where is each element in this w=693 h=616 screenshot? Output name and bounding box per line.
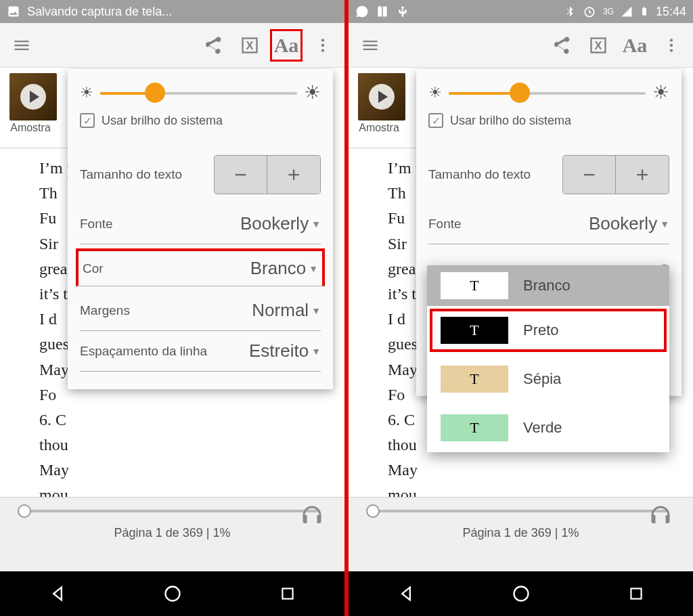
nav-back-icon[interactable] <box>48 584 67 603</box>
margins-label: Margens <box>80 303 130 318</box>
image-icon <box>7 5 20 18</box>
play-icon <box>369 84 395 110</box>
text-size-decrease-button[interactable]: − <box>563 156 616 194</box>
svg-point-15 <box>514 587 529 601</box>
alarm-icon <box>583 5 596 18</box>
font-label: Fonte <box>428 217 462 232</box>
headphones-icon[interactable] <box>300 503 324 530</box>
battery-icon <box>640 5 649 18</box>
brightness-high-icon: ☀ <box>652 81 669 104</box>
network-label: 3G <box>603 7 614 16</box>
color-option-sepia[interactable]: T Sépia <box>427 355 669 403</box>
android-nav-bar <box>0 571 344 616</box>
text-size-label: Tamanho do texto <box>428 167 531 182</box>
color-label: Cor <box>83 261 104 276</box>
page-info: Página 1 de 369 | 1% <box>114 526 231 540</box>
page-info: Página 1 de 369 | 1% <box>463 526 579 540</box>
menu-icon[interactable] <box>354 29 386 62</box>
svg-point-12 <box>670 39 673 41</box>
svg-point-14 <box>670 49 673 51</box>
svg-point-13 <box>670 43 673 46</box>
menu-icon[interactable] <box>5 29 38 62</box>
app-toolbar: X Aa <box>349 23 693 68</box>
margins-value[interactable]: Normal <box>252 300 309 321</box>
status-title: Salvando captura de tela... <box>27 5 172 19</box>
svg-rect-16 <box>631 588 641 598</box>
book-icon <box>376 5 389 18</box>
svg-rect-6 <box>282 588 292 598</box>
svg-text:X: X <box>595 39 602 51</box>
svg-point-4 <box>321 49 324 51</box>
text-size-label: Tamanho do texto <box>80 167 182 182</box>
usb-icon <box>396 5 409 18</box>
svg-text:X: X <box>246 39 254 51</box>
app-toolbar: X Aa <box>0 23 344 68</box>
color-option-verde[interactable]: T Verde <box>427 403 669 452</box>
font-label: Fonte <box>80 217 113 232</box>
brightness-high-icon: ☀ <box>304 81 321 104</box>
reader-footer: Página 1 de 369 | 1% <box>0 497 344 571</box>
font-value[interactable]: Bookerly <box>589 213 657 234</box>
display-settings-button[interactable]: Aa <box>619 29 651 62</box>
system-brightness-label: Usar brilho do sistema <box>450 114 571 128</box>
color-value[interactable]: Branco <box>250 258 306 279</box>
svg-point-3 <box>321 43 324 46</box>
brightness-low-icon: ☀ <box>80 84 93 102</box>
system-brightness-checkbox[interactable]: ✓ <box>428 113 443 128</box>
nav-back-icon[interactable] <box>397 584 416 603</box>
brightness-slider[interactable] <box>449 83 646 103</box>
system-brightness-checkbox[interactable]: ✓ <box>80 113 95 128</box>
brightness-low-icon: ☀ <box>428 84 442 102</box>
sample-label: Amostra <box>0 122 61 134</box>
share-icon[interactable] <box>545 29 578 62</box>
nav-home-icon[interactable] <box>512 584 531 603</box>
xray-icon[interactable]: X <box>582 29 614 62</box>
color-option-preto[interactable]: T Preto <box>427 306 669 355</box>
signal-icon <box>621 5 633 18</box>
book-cover[interactable] <box>9 73 57 120</box>
display-settings-button[interactable]: Aa <box>270 29 303 62</box>
text-size-decrease-button[interactable]: − <box>215 156 267 194</box>
nav-recent-icon[interactable] <box>627 585 645 602</box>
status-time: 15:44 <box>656 5 686 19</box>
system-brightness-label: Usar brilho do sistema <box>102 114 223 128</box>
status-bar: Salvando captura de tela... <box>0 0 344 23</box>
text-size-increase-button[interactable]: + <box>616 156 669 194</box>
reading-progress-slider[interactable] <box>373 510 669 512</box>
share-icon[interactable] <box>197 29 229 62</box>
color-option-branco[interactable]: T Branco <box>427 265 669 306</box>
whatsapp-icon <box>355 5 369 18</box>
reading-progress-slider[interactable] <box>24 510 321 512</box>
bluetooth-icon <box>564 5 576 18</box>
svg-point-5 <box>166 587 180 601</box>
svg-point-2 <box>321 39 324 41</box>
reader-footer: Página 1 de 369 | 1% <box>349 497 693 571</box>
headphones-icon[interactable] <box>648 503 673 530</box>
svg-rect-8 <box>642 8 646 16</box>
sample-label: Amostra <box>349 122 409 134</box>
brightness-slider[interactable] <box>100 83 297 103</box>
overflow-icon[interactable] <box>655 29 688 62</box>
android-nav-bar <box>349 571 693 616</box>
display-settings-panel: ☀ ☀ ✓ Usar brilho do sistema Tamanho do … <box>68 69 333 389</box>
book-cover[interactable] <box>358 73 405 120</box>
play-icon <box>20 84 46 110</box>
spacing-label: Espaçamento da linha <box>80 344 207 359</box>
nav-recent-icon[interactable] <box>279 585 296 602</box>
spacing-value[interactable]: Estreito <box>249 340 309 361</box>
overflow-icon[interactable] <box>307 29 339 62</box>
text-size-increase-button[interactable]: + <box>267 156 320 194</box>
svg-rect-9 <box>644 7 645 9</box>
color-dropdown: T Branco T Preto T Sépia T Verde <box>427 265 669 452</box>
font-value[interactable]: Bookerly <box>240 213 309 234</box>
nav-home-icon[interactable] <box>163 584 182 603</box>
status-bar: 3G 15:44 <box>349 0 693 23</box>
xray-icon[interactable]: X <box>233 29 266 62</box>
